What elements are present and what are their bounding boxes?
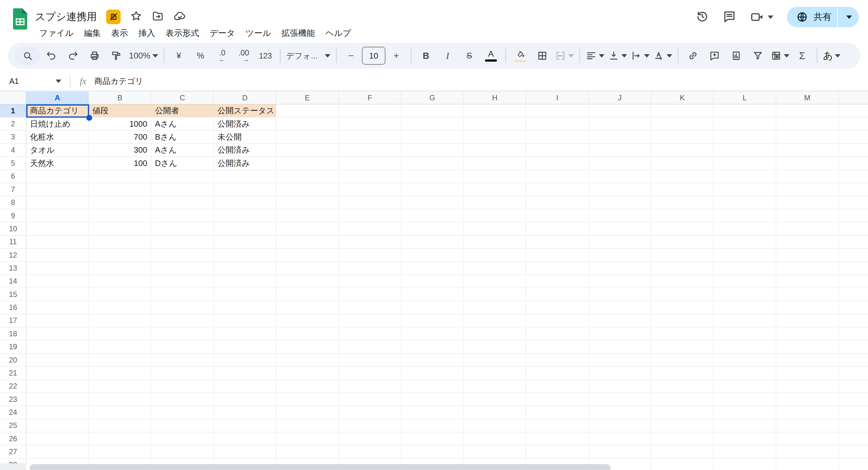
cell-x18[interactable]	[839, 327, 868, 340]
cell-E6[interactable]	[276, 170, 339, 183]
cell-A2[interactable]: 日焼け止め	[26, 117, 89, 130]
cell-E26[interactable]	[276, 432, 339, 445]
cell-H4[interactable]	[464, 144, 526, 157]
cell-F20[interactable]	[339, 354, 401, 366]
menu-item-view[interactable]: 表示	[106, 26, 133, 40]
cell-D23[interactable]	[214, 393, 276, 406]
cell-M19[interactable]	[776, 340, 839, 353]
cell-A3[interactable]: 化粧水	[26, 131, 89, 144]
cell-K18[interactable]	[651, 327, 714, 340]
cell-G12[interactable]	[401, 248, 464, 262]
cell-A10[interactable]	[26, 222, 89, 235]
cell-G1[interactable]	[401, 104, 464, 117]
cell-J7[interactable]	[589, 183, 651, 196]
cell-J25[interactable]	[589, 419, 651, 432]
cell-K11[interactable]	[651, 236, 714, 248]
column-header-C[interactable]: C	[151, 92, 214, 104]
cell-L14[interactable]	[714, 275, 776, 288]
cell-D2[interactable]: 公開済み	[214, 117, 276, 130]
cell-E15[interactable]	[276, 288, 339, 301]
cell-A19[interactable]	[26, 340, 89, 353]
row-header-23[interactable]: 23	[0, 393, 26, 406]
cell-H20[interactable]	[464, 354, 526, 366]
cell-L26[interactable]	[714, 432, 776, 445]
cell-A25[interactable]	[26, 419, 89, 432]
cell-J1[interactable]	[589, 104, 651, 117]
cell-I27[interactable]	[526, 445, 589, 458]
cell-I22[interactable]	[526, 380, 589, 393]
cell-I24[interactable]	[526, 406, 589, 419]
cell-J22[interactable]	[589, 380, 651, 393]
cell-E10[interactable]	[276, 222, 339, 235]
cell-F13[interactable]	[339, 262, 401, 275]
cell-M2[interactable]	[776, 117, 839, 130]
menu-item-edit[interactable]: 編集	[79, 26, 106, 40]
cell-G20[interactable]	[401, 354, 464, 366]
column-header-F[interactable]: F	[339, 92, 401, 104]
cell-L4[interactable]	[714, 144, 776, 157]
cell-G14[interactable]	[401, 275, 464, 288]
cell-B13[interactable]	[89, 262, 151, 275]
cell-I14[interactable]	[526, 275, 589, 288]
cell-D20[interactable]	[214, 354, 276, 366]
cell-E24[interactable]	[276, 406, 339, 419]
cell-H3[interactable]	[464, 131, 526, 144]
cell-A9[interactable]	[26, 209, 89, 222]
cell-J13[interactable]	[589, 262, 651, 275]
row-header-27[interactable]: 27	[0, 445, 26, 458]
cell-J26[interactable]	[589, 432, 651, 445]
cell-K28[interactable]	[651, 459, 714, 470]
cell-C3[interactable]: Bさん	[151, 131, 214, 144]
cell-D15[interactable]	[214, 288, 276, 301]
cell-I19[interactable]	[526, 340, 589, 353]
cell-B15[interactable]	[89, 288, 151, 301]
cell-M27[interactable]	[776, 445, 839, 458]
cell-J15[interactable]	[589, 288, 651, 301]
cell-x16[interactable]	[839, 301, 868, 314]
cell-G13[interactable]	[401, 262, 464, 275]
cell-B2[interactable]: 1000	[89, 117, 151, 130]
row-header-8[interactable]: 8	[0, 196, 26, 209]
cell-D14[interactable]	[214, 275, 276, 288]
cell-M3[interactable]	[776, 131, 839, 144]
cell-M6[interactable]	[776, 170, 839, 183]
row-header-1[interactable]: 1	[0, 104, 26, 117]
cell-C15[interactable]	[151, 288, 214, 301]
menu-item-insert[interactable]: 挿入	[133, 26, 160, 40]
cell-G7[interactable]	[401, 183, 464, 196]
cell-M9[interactable]	[776, 209, 839, 222]
cell-G25[interactable]	[401, 419, 464, 432]
cell-I17[interactable]	[526, 314, 589, 327]
cell-x24[interactable]	[839, 406, 868, 419]
row-header-14[interactable]: 14	[0, 275, 26, 288]
cell-E4[interactable]	[276, 144, 339, 157]
cell-D16[interactable]	[214, 301, 276, 314]
cell-B26[interactable]	[89, 432, 151, 445]
cell-B18[interactable]	[89, 327, 151, 340]
cell-B4[interactable]: 300	[89, 144, 151, 157]
undo-button[interactable]	[40, 47, 62, 65]
row-header-17[interactable]: 17	[0, 314, 26, 327]
cell-K2[interactable]	[651, 117, 714, 130]
cell-J3[interactable]	[589, 131, 651, 144]
cell-C24[interactable]	[151, 406, 214, 419]
cell-D11[interactable]	[214, 236, 276, 248]
cell-C5[interactable]: Dさん	[151, 157, 214, 170]
cell-G17[interactable]	[401, 314, 464, 327]
cell-I25[interactable]	[526, 419, 589, 432]
horizontal-scrollbar[interactable]	[30, 464, 611, 470]
cell-C23[interactable]	[151, 393, 214, 406]
cell-x2[interactable]	[839, 117, 868, 130]
cell-K20[interactable]	[651, 354, 714, 366]
cell-L11[interactable]	[714, 236, 776, 248]
cell-E20[interactable]	[276, 354, 339, 366]
cell-B7[interactable]	[89, 183, 151, 196]
increase-font-size-button[interactable]: +	[385, 47, 407, 65]
cell-E11[interactable]	[276, 236, 339, 248]
cell-A16[interactable]	[26, 301, 89, 314]
cell-M10[interactable]	[776, 222, 839, 235]
cell-x1[interactable]	[839, 104, 868, 117]
cell-D24[interactable]	[214, 406, 276, 419]
cell-x27[interactable]	[839, 445, 868, 458]
cell-M26[interactable]	[776, 432, 839, 445]
